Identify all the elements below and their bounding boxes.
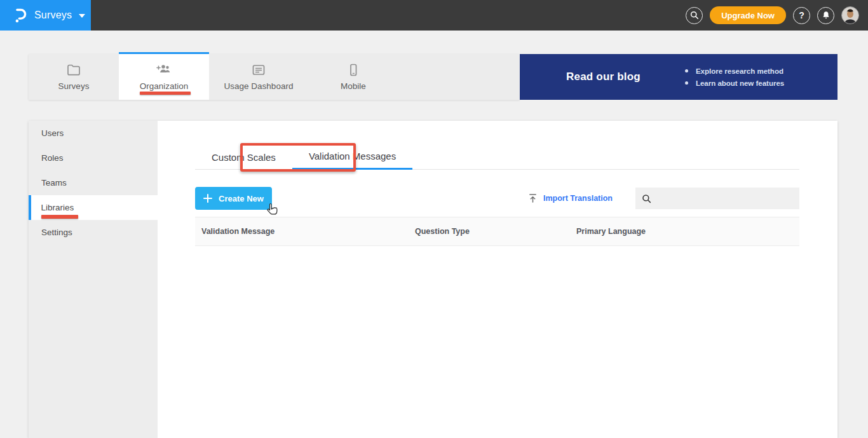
column-question-type: Question Type <box>415 227 576 236</box>
nav-tab-organization[interactable]: Organization <box>119 52 209 100</box>
column-primary-language: Primary Language <box>576 227 799 236</box>
tab-label: Validation Messages <box>309 151 396 161</box>
upload-icon <box>528 193 538 203</box>
annotation-underline-organization <box>140 92 191 95</box>
sidebar-item-label: Teams <box>41 178 67 188</box>
help-button[interactable]: ? <box>793 7 810 24</box>
nav-tab-surveys[interactable]: Surveys <box>29 54 119 100</box>
upgrade-now-button[interactable]: Upgrade Now <box>710 6 786 24</box>
promo-bullet-text: Learn about new features <box>696 79 784 87</box>
add-users-icon <box>156 63 172 77</box>
main-card: Users Roles Teams Libraries Settings Cus… <box>29 121 837 438</box>
sidebar-item-label: Users <box>41 128 64 138</box>
sidebar-item-label: Settings <box>41 228 72 237</box>
nav-tab-label: Usage Dashboard <box>224 81 294 91</box>
nav-tab-usage-dashboard[interactable]: Usage Dashboard <box>209 54 308 100</box>
sidebar-item-label: Libraries <box>41 203 74 212</box>
tab-validation-messages[interactable]: Validation Messages <box>292 145 412 170</box>
sidebar-item-libraries[interactable]: Libraries <box>29 195 158 220</box>
nav-tab-label: Mobile <box>341 81 366 91</box>
search-icon <box>642 194 651 203</box>
import-translation-label: Import Translation <box>543 194 613 203</box>
create-new-button[interactable]: Create New <box>195 187 272 210</box>
search-button[interactable] <box>686 7 703 24</box>
promo-bullet-text: Explore research method <box>696 67 783 75</box>
sidebar-item-roles[interactable]: Roles <box>29 146 158 170</box>
annotation-underline-libraries <box>41 215 78 219</box>
toolbar-right: Import Translation <box>528 188 799 209</box>
dashboard-icon <box>251 63 266 77</box>
table-search[interactable] <box>635 188 799 209</box>
search-icon <box>690 11 699 20</box>
bullet-icon <box>685 69 688 72</box>
notifications-button[interactable] <box>817 7 834 24</box>
questionpro-logo-icon <box>13 7 27 24</box>
blog-promo-banner[interactable]: Read our blog Explore research method Le… <box>520 54 837 100</box>
sidebar-item-teams[interactable]: Teams <box>29 170 158 195</box>
promo-bullet: Learn about new features <box>685 79 784 87</box>
promo-title: Read our blog <box>566 71 641 83</box>
organization-sidebar: Users Roles Teams Libraries Settings <box>29 121 158 438</box>
import-translation-link[interactable]: Import Translation <box>528 193 613 203</box>
validation-messages-toolbar: Create New Import Translation <box>195 187 799 210</box>
nav-tab-mobile[interactable]: Mobile <box>308 54 398 100</box>
bullet-icon <box>685 81 688 85</box>
validation-table-header: Validation Message Question Type Primary… <box>195 217 799 246</box>
create-new-label: Create New <box>219 194 264 203</box>
search-input[interactable] <box>656 188 799 209</box>
primary-nav: Surveys Organization Usage Dashboard Mob… <box>29 54 520 100</box>
product-switcher[interactable]: Surveys <box>0 0 91 31</box>
sidebar-item-label: Roles <box>41 153 64 163</box>
topbar-actions: Upgrade Now ? <box>686 0 859 31</box>
libraries-content: Custom Scales Validation Messages Create… <box>158 121 837 438</box>
chevron-down-icon <box>79 14 85 18</box>
user-avatar[interactable] <box>841 6 859 24</box>
mobile-icon <box>346 63 361 77</box>
product-name: Surveys <box>34 10 72 21</box>
sidebar-item-users[interactable]: Users <box>29 121 158 146</box>
tab-label: Custom Scales <box>212 152 276 163</box>
nav-tab-label: Surveys <box>58 81 90 91</box>
plus-icon <box>203 194 212 203</box>
folder-icon <box>66 63 81 77</box>
bell-icon <box>822 11 831 20</box>
promo-bullet: Explore research method <box>685 67 784 75</box>
tab-custom-scales[interactable]: Custom Scales <box>195 145 292 170</box>
column-validation-message: Validation Message <box>195 227 415 236</box>
promo-bullet-list: Explore research method Learn about new … <box>685 67 784 87</box>
nav-tab-label: Organization <box>140 81 189 91</box>
top-bar: Surveys Upgrade Now ? <box>0 0 868 31</box>
libraries-tabs: Custom Scales Validation Messages <box>195 145 799 170</box>
sidebar-item-settings[interactable]: Settings <box>29 220 158 245</box>
